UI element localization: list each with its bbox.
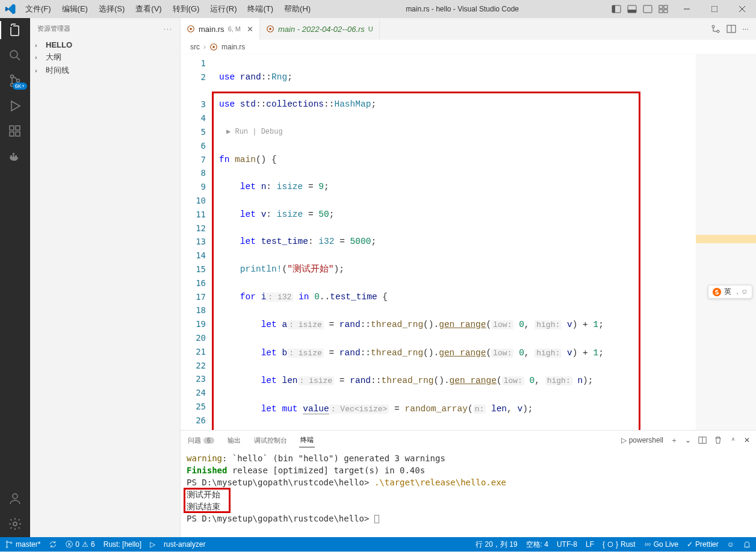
- status-sync[interactable]: [49, 540, 57, 549]
- split-editor-icon[interactable]: [727, 24, 736, 34]
- svg-point-44: [608, 542, 613, 547]
- status-feedback-icon[interactable]: ☺: [727, 540, 734, 549]
- window-controls: [673, 0, 756, 18]
- menu-terminal[interactable]: 终端(T): [243, 1, 278, 17]
- code-content[interactable]: use rand::Rng; use std::collections::Has…: [214, 54, 696, 430]
- status-eol[interactable]: LF: [586, 540, 594, 549]
- status-rust-analyzer[interactable]: rust-analyzer: [164, 540, 205, 549]
- panel: 问题6 输出 调试控制台 终端 ▷ powershell ＋ ⌄ ＾ ✕ war…: [181, 430, 756, 537]
- panel-tab-debug[interactable]: 调试控制台: [253, 434, 288, 447]
- panel-tab-output[interactable]: 输出: [226, 434, 242, 447]
- docker-icon[interactable]: [8, 149, 22, 164]
- search-icon[interactable]: [8, 48, 22, 63]
- settings-gear-icon[interactable]: [8, 517, 22, 531]
- editor-area: main.rs 6, M ✕ main - 2022-04-02--06.rs …: [181, 18, 756, 537]
- menubar[interactable]: 文件(F) 编辑(E) 选择(S) 查看(V) 转到(G) 运行(R) 终端(T…: [20, 1, 315, 17]
- breadcrumb-file[interactable]: main.rs: [222, 43, 245, 51]
- terminal-content[interactable]: warning: `hello` (bin "hello") generated…: [181, 450, 756, 537]
- extensions-icon[interactable]: [8, 124, 22, 138]
- editor-body[interactable]: 1234567891011121314151617181920212223242…: [181, 54, 756, 430]
- rust-file-icon: [209, 43, 218, 51]
- menu-edit[interactable]: 编辑(E): [57, 1, 93, 17]
- tab-main-snapshot[interactable]: main - 2022-04-02--06.rs U: [260, 18, 380, 40]
- status-go-live[interactable]: Go Live: [644, 540, 678, 549]
- status-language[interactable]: {} Rust: [603, 540, 636, 549]
- source-control-icon[interactable]: 6K+: [8, 73, 22, 88]
- status-rust-project[interactable]: Rust: [hello]: [104, 540, 141, 549]
- menu-select[interactable]: 选择(S): [94, 1, 129, 17]
- rust-file-icon: [187, 25, 195, 33]
- split-terminal-icon[interactable]: [698, 436, 707, 444]
- panel-tab-problems[interactable]: 问题6: [187, 434, 215, 447]
- svg-rect-7: [659, 10, 663, 13]
- accounts-icon[interactable]: [8, 491, 22, 506]
- breadcrumbs[interactable]: src › main.rs: [181, 40, 756, 54]
- panel-tabs: 问题6 输出 调试控制台 终端 ▷ powershell ＋ ⌄ ＾ ✕: [181, 431, 756, 450]
- kill-terminal-icon[interactable]: [714, 436, 722, 444]
- svg-rect-6: [664, 5, 668, 8]
- svg-rect-25: [15, 155, 17, 157]
- maximize-button[interactable]: [701, 0, 728, 18]
- run-debug-icon[interactable]: [8, 99, 22, 113]
- toggle-secondary-sidebar-icon[interactable]: [640, 2, 655, 16]
- sidebar-title: 资源管理器: [37, 24, 70, 33]
- svg-point-15: [11, 75, 14, 78]
- tree-timeline[interactable]: ›时间线: [30, 64, 180, 77]
- tab-main-rs[interactable]: main.rs 6, M ✕: [181, 18, 260, 40]
- svg-point-42: [6, 546, 8, 548]
- more-actions-icon[interactable]: ···: [742, 24, 749, 34]
- svg-rect-10: [711, 6, 717, 12]
- status-encoding[interactable]: UTF-8: [557, 540, 577, 549]
- status-branch[interactable]: master*: [5, 540, 40, 549]
- ime-indicator[interactable]: 英 ，☺: [708, 285, 752, 299]
- menu-help[interactable]: 帮助(H): [279, 1, 315, 17]
- status-errors[interactable]: ⓧ 0 ⚠ 6: [66, 540, 94, 550]
- close-button[interactable]: [728, 0, 756, 18]
- svg-rect-26: [13, 153, 14, 155]
- svg-point-45: [646, 544, 648, 546]
- menu-run[interactable]: 运行(R): [205, 1, 241, 17]
- main-area: 6K+ 资源管理器 ··· ›HELLO ›大纲 ›时间线 main.rs 6,…: [0, 18, 756, 537]
- svg-point-13: [10, 51, 17, 58]
- svg-rect-22: [16, 126, 20, 130]
- layout-controls: [609, 2, 673, 16]
- breadcrumb-src[interactable]: src: [190, 43, 200, 51]
- status-cursor-position[interactable]: 行 20，列 19: [476, 540, 517, 550]
- terminal-profile[interactable]: ▷ powershell: [621, 436, 663, 444]
- customize-layout-icon[interactable]: [656, 2, 671, 16]
- menu-go[interactable]: 转到(G): [168, 1, 205, 17]
- sidebar-more-icon[interactable]: ···: [164, 25, 173, 33]
- new-terminal-icon[interactable]: ＋: [671, 435, 678, 446]
- panel-close-icon[interactable]: ✕: [744, 436, 750, 444]
- sidebar-header: 资源管理器 ···: [30, 18, 180, 39]
- panel-tab-terminal[interactable]: 终端: [299, 433, 315, 447]
- vscode-logo: [5, 4, 16, 14]
- sidebar: 资源管理器 ··· ›HELLO ›大纲 ›时间线: [30, 18, 181, 537]
- svg-rect-3: [628, 10, 636, 13]
- statusbar: master* ⓧ 0 ⚠ 6 Rust: [hello] ▷ rust-ana…: [0, 537, 756, 552]
- status-prettier[interactable]: ✓ Prettier: [687, 540, 719, 549]
- tab-close-icon[interactable]: ✕: [247, 25, 253, 34]
- svg-point-34: [717, 30, 719, 33]
- compare-changes-icon[interactable]: [711, 24, 720, 34]
- minimap[interactable]: [696, 54, 756, 430]
- explorer-icon[interactable]: [8, 23, 22, 37]
- toggle-primary-sidebar-icon[interactable]: [609, 2, 624, 16]
- tree-outline[interactable]: ›大纲: [30, 51, 180, 64]
- svg-rect-8: [664, 10, 668, 13]
- terminal-dropdown-icon[interactable]: ⌄: [685, 436, 691, 444]
- panel-maximize-icon[interactable]: ＾: [730, 435, 737, 446]
- activity-bar: 6K+: [0, 18, 30, 537]
- status-notifications-icon[interactable]: [743, 540, 751, 549]
- toggle-panel-icon[interactable]: [625, 2, 639, 16]
- svg-point-30: [190, 28, 192, 30]
- svg-point-17: [17, 79, 20, 82]
- menu-file[interactable]: 文件(F): [20, 1, 56, 17]
- tree-folder-hello[interactable]: ›HELLO: [30, 39, 180, 51]
- status-rust-analyzer-run[interactable]: ▷: [150, 540, 155, 549]
- ime-more-icon[interactable]: ，☺: [734, 287, 748, 297]
- status-indentation[interactable]: 空格: 4: [526, 540, 548, 550]
- menu-view[interactable]: 查看(V): [131, 1, 166, 17]
- rust-file-icon: [266, 25, 274, 33]
- minimize-button[interactable]: [673, 0, 701, 18]
